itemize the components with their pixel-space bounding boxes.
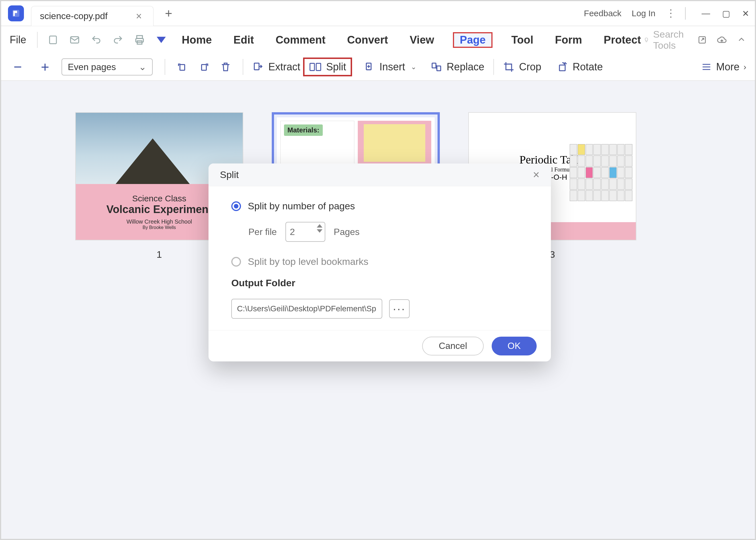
split-dialog: Split × Split by number of pages Per fil… (209, 164, 551, 361)
chevron-down-icon: ⌄ (411, 63, 416, 71)
svg-rect-13 (432, 63, 436, 68)
quick-access-dropdown-icon[interactable] (155, 34, 168, 46)
menu-protect[interactable]: Protect (601, 32, 644, 48)
thumb1-line4: By Brooke Wells (142, 225, 176, 230)
insert-button[interactable]: Insert ⌄ (361, 58, 419, 76)
undo-icon[interactable] (90, 34, 102, 46)
per-file-unit: Pages (334, 227, 360, 237)
menu-home[interactable]: Home (179, 32, 215, 48)
split-icon (309, 61, 322, 72)
menu-convert[interactable]: Convert (344, 32, 391, 48)
thumb1-line3: Willow Creek High School (126, 218, 192, 225)
search-tools-input[interactable]: Search Tools (644, 29, 687, 51)
feedback-link[interactable]: Feedback (584, 9, 622, 18)
ok-button[interactable]: OK (492, 337, 537, 355)
svg-rect-14 (437, 66, 441, 71)
menu-bar: File Home Edit Comment Convert View Page… (1, 26, 755, 54)
document-tab-title: science-copy.pdf (40, 11, 108, 21)
insert-label: Insert (379, 61, 405, 73)
radio-unchecked-icon (231, 257, 241, 267)
collapse-ribbon-icon[interactable] (737, 35, 746, 45)
radio-split-by-bookmarks[interactable]: Split by top level bookmarks (231, 256, 528, 267)
cloud-upload-icon[interactable] (717, 35, 727, 45)
replace-button[interactable]: Replace (428, 58, 487, 76)
chevron-down-icon: ⌄ (139, 62, 146, 72)
rotate-left-button[interactable] (172, 58, 193, 76)
login-link[interactable]: Log In (632, 9, 656, 18)
output-folder-label: Output Folder (231, 277, 528, 289)
search-tools-placeholder: Search Tools (653, 29, 687, 51)
extract-icon (252, 61, 264, 72)
rotate-button[interactable]: Rotate (554, 58, 606, 76)
menu-page[interactable]: Page (453, 32, 493, 48)
periodic-table-icon (570, 144, 632, 201)
svg-rect-15 (559, 65, 565, 70)
print-icon[interactable] (133, 34, 146, 46)
menu-view[interactable]: View (407, 32, 437, 48)
radio-split-by-bookmarks-label: Split by top level bookmarks (248, 256, 368, 267)
insert-icon (364, 61, 375, 72)
mail-icon[interactable] (69, 34, 81, 46)
svg-rect-10 (310, 63, 315, 70)
dialog-header: Split × (209, 164, 551, 186)
new-tab-button[interactable]: + (165, 6, 172, 21)
split-label: Split (326, 61, 346, 73)
spinner-down-icon[interactable] (317, 229, 322, 233)
spinner-up-icon[interactable] (317, 224, 322, 227)
extract-button[interactable]: Extract (249, 58, 303, 76)
split-button[interactable]: Split (303, 58, 352, 76)
svg-rect-11 (316, 63, 321, 70)
page-filter-value: Even pages (68, 62, 116, 72)
browse-folder-button[interactable]: ··· (389, 299, 410, 318)
output-path-value: C:\Users\Geili\Desktop\PDFelement\Sp (237, 304, 376, 313)
menu-comment[interactable]: Comment (273, 32, 328, 48)
more-button[interactable]: More › (701, 61, 746, 73)
menu-edit[interactable]: Edit (231, 32, 257, 48)
rotate-icon (556, 61, 568, 72)
new-blank-icon[interactable] (47, 34, 59, 46)
svg-rect-7 (180, 65, 185, 70)
rotate-right-button[interactable] (193, 58, 215, 76)
redo-icon[interactable] (112, 34, 124, 46)
menu-tool[interactable]: Tool (509, 32, 536, 48)
app-logo-icon (8, 5, 24, 21)
page-filter-select[interactable]: Even pages ⌄ (62, 59, 153, 75)
page-toolbar: − + Even pages ⌄ Extract Split Insert ⌄ … (1, 54, 755, 81)
dialog-title: Split (220, 169, 239, 180)
title-bar: science-copy.pdf × + Feedback Log In ⋮ —… (1, 1, 755, 26)
minimize-icon[interactable]: — (701, 9, 710, 18)
radio-checked-icon (231, 202, 241, 211)
thumb1-line1: Science Class (132, 194, 186, 203)
zoom-in-button[interactable]: + (37, 59, 53, 75)
maximize-icon[interactable]: ▢ (722, 9, 730, 19)
delete-page-button[interactable] (215, 58, 236, 76)
cancel-button[interactable]: Cancel (422, 337, 484, 355)
replace-icon (431, 61, 442, 72)
close-dialog-icon[interactable]: × (533, 168, 539, 181)
more-icon (701, 62, 712, 72)
crop-label: Crop (519, 61, 541, 73)
zoom-out-button[interactable]: − (10, 59, 26, 75)
radio-split-by-pages[interactable]: Split by number of pages (231, 201, 528, 211)
replace-label: Replace (447, 61, 484, 73)
output-path-input[interactable]: C:\Users\Geili\Desktop\PDFelement\Sp (231, 299, 382, 319)
svg-rect-8 (202, 65, 207, 70)
file-menu[interactable]: File (10, 34, 26, 46)
page-number-1: 1 (157, 249, 162, 260)
open-external-icon[interactable] (697, 35, 707, 45)
document-tab[interactable]: science-copy.pdf × (31, 6, 154, 26)
more-label: More (716, 61, 739, 73)
per-file-value: 2 (290, 227, 295, 237)
crop-icon (503, 61, 515, 72)
separator (685, 7, 685, 20)
kebab-menu-icon[interactable]: ⋮ (666, 7, 675, 19)
per-file-spinner[interactable]: 2 (285, 222, 325, 242)
close-window-icon[interactable]: ✕ (742, 9, 749, 19)
crop-button[interactable]: Crop (500, 58, 544, 76)
menu-form[interactable]: Form (552, 32, 585, 48)
thumb2-materials-label: Materials: (284, 124, 323, 136)
per-file-label: Per file (248, 227, 277, 237)
separator (493, 59, 494, 75)
bulb-icon (644, 36, 649, 44)
close-tab-icon[interactable]: × (136, 10, 142, 22)
